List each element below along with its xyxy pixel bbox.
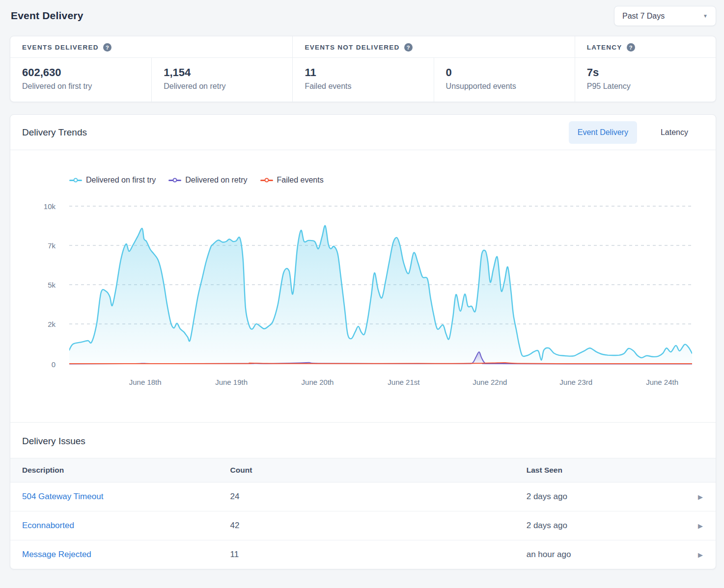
trends-and-issues-card: Delivery Trends Event DeliveryLatency De… (10, 114, 716, 569)
y-axis-tick-label: 7k (48, 241, 56, 250)
issues-title: Delivery Issues (10, 423, 716, 458)
chart-x-axis: June 18thJune 19thJune 20thJune 21stJune… (69, 373, 692, 390)
metric-value: 0 (446, 66, 563, 79)
event-delivery-page: Event Delivery Past 7 Days ▼ EVENTS DELI… (0, 0, 724, 569)
x-axis-tick-label: June 21st (388, 378, 419, 386)
stats-group-title: LATENCY (587, 44, 622, 51)
chevron-down-icon: ▼ (703, 13, 708, 19)
stats-summary-card: EVENTS DELIVERED ? EVENTS NOT DELIVERED … (10, 36, 716, 102)
delivery-issues-panel: Delivery Issues DescriptionCountLast See… (10, 422, 716, 569)
legend-marker-icon (168, 178, 181, 183)
chevron-right-icon[interactable]: ▶ (698, 551, 703, 559)
x-axis-tick-label: June 23rd (559, 378, 592, 386)
help-icon[interactable]: ? (103, 43, 111, 52)
metric-value: 602,630 (22, 66, 139, 79)
delivery-trends-chart (69, 197, 692, 369)
metric-value: 1,154 (164, 66, 280, 79)
legend-marker-icon (69, 178, 82, 183)
stats-group-events-delivered: EVENTS DELIVERED ? (10, 36, 292, 57)
legend-item-delivered-on-retry[interactable]: Delivered on retry (168, 176, 247, 185)
issue-row-message-rejected[interactable]: Message Rejected11an hour ago▶ (10, 540, 716, 569)
page-title: Event Delivery (11, 10, 84, 22)
issue-link[interactable]: Econnaborted (22, 521, 74, 530)
legend-item-failed-events[interactable]: Failed events (260, 176, 324, 185)
issue-count: 24 (219, 482, 515, 511)
chevron-right-icon[interactable]: ▶ (698, 522, 703, 530)
chart-area: 10k7k5k2k0 (10, 197, 716, 369)
legend-label: Delivered on retry (185, 176, 247, 185)
chart-y-axis: 10k7k5k2k0 (10, 197, 69, 369)
stats-group-title: EVENTS NOT DELIVERED (305, 44, 399, 51)
series-area-delivered-on-first-try (69, 226, 692, 364)
legend-marker-icon (260, 178, 273, 183)
column-header-count: Count (219, 458, 515, 482)
issue-link[interactable]: 504 Gateway Timeout (22, 492, 103, 501)
chevron-right-icon[interactable]: ▶ (698, 493, 703, 501)
legend-label: Failed events (277, 176, 324, 185)
legend-label: Delivered on first try (86, 176, 156, 185)
metric-label: P95 Latency (587, 82, 704, 91)
x-axis-tick-label: June 18th (129, 378, 162, 386)
trends-title: Delivery Trends (22, 127, 87, 138)
issue-count: 42 (219, 511, 515, 540)
trends-tabs: Event DeliveryLatency (569, 121, 697, 144)
y-axis-tick-label: 5k (48, 281, 56, 289)
metric-value: 7s (587, 66, 704, 79)
metric-label: Failed events (305, 82, 421, 91)
issue-row-504-gateway-timeout[interactable]: 504 Gateway Timeout242 days ago▶ (10, 482, 716, 511)
metric-delivered-on-retry: 1,154 Delivered on retry (151, 58, 292, 102)
column-header-actions (677, 458, 716, 482)
issues-table-header: DescriptionCountLast Seen (10, 458, 716, 482)
stats-group-latency: LATENCY ? (575, 36, 716, 57)
metric-failed-events: 11 Failed events (292, 58, 433, 102)
metric-value: 11 (305, 66, 421, 79)
chart-plot (69, 197, 692, 369)
column-header-description: Description (10, 458, 219, 482)
help-icon[interactable]: ? (627, 43, 635, 52)
y-axis-tick-label: 10k (44, 202, 56, 211)
help-icon[interactable]: ? (404, 43, 413, 52)
stats-header-row: EVENTS DELIVERED ? EVENTS NOT DELIVERED … (10, 36, 716, 58)
issue-link[interactable]: Message Rejected (22, 550, 91, 559)
metric-label: Delivered on first try (22, 82, 139, 91)
x-axis-tick-label: June 19th (215, 378, 248, 386)
metric-unsupported-events: 0 Unsupported events (434, 58, 575, 102)
metric-label: Delivered on retry (164, 82, 280, 91)
y-axis-tick-label: 2k (48, 320, 56, 328)
metric-p95-latency: 7s P95 Latency (575, 58, 716, 102)
issue-row-econnaborted[interactable]: Econnaborted422 days ago▶ (10, 511, 716, 540)
x-axis-tick-label: June 22nd (473, 378, 507, 386)
stats-value-row: 602,630 Delivered on first try 1,154 Del… (10, 58, 716, 102)
tab-event-delivery[interactable]: Event Delivery (569, 121, 637, 144)
column-header-last-seen: Last Seen (515, 458, 677, 482)
issue-last-seen: an hour ago (515, 540, 677, 569)
page-header: Event Delivery Past 7 Days ▼ (10, 6, 716, 26)
y-axis-tick-label: 0 (52, 360, 56, 369)
issue-count: 11 (219, 540, 515, 569)
date-range-value: Past 7 Days (622, 12, 665, 21)
legend-item-delivered-on-first-try[interactable]: Delivered on first try (69, 176, 156, 185)
trends-header: Delivery Trends Event DeliveryLatency (10, 115, 716, 150)
stats-group-title: EVENTS DELIVERED (22, 44, 99, 51)
metric-label: Unsupported events (446, 82, 563, 91)
x-axis-tick-label: June 20th (302, 378, 334, 386)
tab-latency[interactable]: Latency (652, 121, 697, 144)
delivery-issues-table: DescriptionCountLast Seen 504 Gateway Ti… (10, 458, 716, 569)
issue-last-seen: 2 days ago (515, 511, 677, 540)
delivery-trends-panel: Delivery Trends Event DeliveryLatency De… (10, 115, 716, 422)
chart-legend: Delivered on first tryDelivered on retry… (69, 176, 716, 185)
metric-delivered-first-try: 602,630 Delivered on first try (10, 58, 151, 102)
issue-last-seen: 2 days ago (515, 482, 677, 511)
stats-group-events-not-delivered: EVENTS NOT DELIVERED ? (292, 36, 574, 57)
date-range-select[interactable]: Past 7 Days ▼ (614, 6, 716, 26)
x-axis-tick-label: June 24th (646, 378, 678, 386)
